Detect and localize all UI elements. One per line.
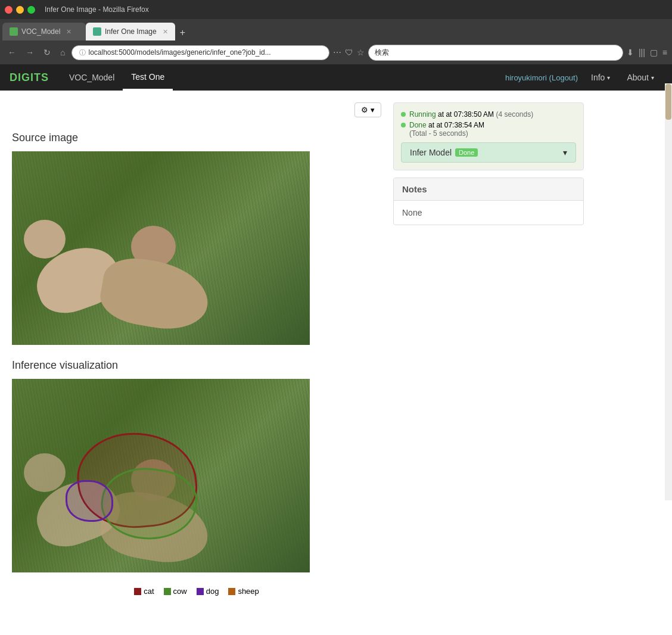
done-text: Done at at 07:38:54 AM (Total - 5 second… (409, 121, 484, 138)
tab-close-infer[interactable]: ✕ (163, 28, 168, 36)
tab-bar: VOC_Model ✕ Infer One Image ✕ + (0, 19, 672, 41)
back-button[interactable]: ← (5, 46, 19, 58)
nav-info-label: Info (591, 73, 605, 82)
nav-label-voc: VOC_Model (69, 73, 114, 82)
window-title: Infer One Image - Mozilla Firefox (45, 5, 149, 14)
tab-voc-model[interactable]: VOC_Model ✕ (2, 23, 86, 41)
new-tab-button[interactable]: + (175, 25, 190, 41)
notes-panel: Notes None (393, 178, 584, 225)
tab-favicon-infer (93, 27, 101, 36)
title-bar: Infer One Image - Mozilla Firefox (0, 0, 672, 19)
done-at: at (428, 121, 436, 129)
forward-button[interactable]: → (23, 46, 37, 58)
dog-overlay (66, 480, 113, 522)
maximize-button[interactable] (27, 6, 35, 14)
running-dot (401, 112, 406, 117)
job-status-box: Running at at 07:38:50 AM (4 seconds) Do… (393, 102, 584, 170)
inference-vis-title: Inference visualization (12, 359, 381, 372)
total-time: (Total - 5 seconds) (409, 129, 468, 138)
close-button[interactable] (5, 6, 13, 14)
download-icon[interactable]: ⬇ (627, 48, 634, 57)
user-link[interactable]: hiroyukimori (Logout) (505, 73, 578, 82)
shield-icon[interactable]: 🛡 (345, 48, 353, 57)
nav-about-label: About (627, 73, 649, 82)
legend-label-cow: cow (173, 587, 187, 596)
bookmarks-icon[interactable]: ||| (639, 48, 645, 57)
status-done: Done at at 07:38:54 AM (Total - 5 second… (401, 121, 576, 138)
done-badge: Done (455, 148, 478, 157)
address-actions: ⋯ 🛡 ☆ (333, 48, 365, 57)
nav-item-info[interactable]: Info ▾ (583, 66, 618, 89)
infer-btn-label: Infer Model (410, 148, 452, 157)
inference-image-container (12, 379, 310, 572)
done-time: at 07:38:54 AM (436, 121, 484, 129)
settings-dropdown-arrow: ▾ (371, 105, 375, 114)
info-dropdown-arrow: ▾ (607, 74, 610, 81)
toolbar-icons: ⬇ ||| ▢ ≡ (627, 48, 667, 57)
settings-button[interactable]: ⚙ ▾ (354, 102, 381, 117)
app-brand[interactable]: DIGITS (10, 71, 49, 84)
home-button[interactable]: ⌂ (57, 46, 68, 58)
app-navbar: DIGITS VOC_Model Test One hiroyukimori (… (0, 64, 672, 91)
nav-item-voc-model[interactable]: VOC_Model (61, 66, 123, 89)
infer-dropdown-arrow: ▾ (563, 148, 567, 157)
running-text: Running at at 07:38:50 AM (4 seconds) (409, 110, 533, 119)
bookmark-icon[interactable]: ☆ (357, 48, 365, 57)
legend-label-dog: dog (206, 587, 219, 596)
lock-icon: ⓘ (79, 48, 86, 57)
infer-model-button[interactable]: Infer Model Done ▾ (401, 142, 576, 163)
running-duration: (4 seconds) (496, 110, 533, 119)
minimize-button[interactable] (16, 6, 24, 14)
scrollbar[interactable] (665, 83, 672, 500)
legend-item-dog: dog (197, 587, 219, 596)
url-text: localhost:5000/models/images/generic/inf… (88, 48, 270, 57)
legend-color-cat (134, 588, 141, 595)
cat1-head (24, 220, 66, 259)
tab-label-infer: Infer One Image (105, 27, 157, 36)
legend-color-dog (197, 588, 204, 595)
legend-label-cat: cat (144, 587, 154, 596)
tab-close-voc[interactable]: ✕ (66, 28, 71, 36)
right-panel: Running at at 07:38:50 AM (4 seconds) Do… (393, 102, 584, 615)
source-image-title: Source image (12, 132, 381, 144)
more-icon[interactable]: ⋯ (333, 48, 341, 57)
legend: cat cow dog sheep (12, 587, 381, 596)
tabs-icon[interactable]: ▢ (650, 48, 658, 57)
legend-item-sheep: sheep (228, 587, 259, 596)
nav-user: hiroyukimori (Logout) (500, 66, 583, 89)
about-dropdown-arrow: ▾ (651, 74, 654, 81)
search-input[interactable]: 検索 (368, 45, 623, 61)
legend-color-sheep (228, 588, 235, 595)
left-panel: ⚙ ▾ Source image Inference visualization (12, 102, 381, 615)
legend-item-cow: cow (164, 587, 187, 596)
nav-item-about[interactable]: About ▾ (618, 66, 662, 89)
address-bar: ← → ↻ ⌂ ⓘ localhost:5000/models/images/g… (0, 41, 672, 64)
reload-button[interactable]: ↻ (41, 46, 54, 58)
tab-favicon-voc (10, 27, 18, 36)
notes-header: Notes (394, 178, 583, 201)
main-content: ⚙ ▾ Source image Inference visualization (0, 91, 672, 627)
done-label: Done (409, 121, 427, 129)
inference-image (12, 379, 310, 572)
source-image (12, 151, 310, 345)
status-running: Running at at 07:38:50 AM (4 seconds) (401, 110, 576, 119)
nav-label-test: Test One (131, 72, 164, 82)
tab-label-voc: VOC_Model (21, 27, 60, 36)
menu-icon[interactable]: ≡ (662, 48, 667, 57)
notes-body: None (394, 201, 583, 225)
gear-icon: ⚙ (361, 105, 368, 114)
legend-item-cat: cat (134, 587, 154, 596)
legend-color-cow (164, 588, 171, 595)
scrollbar-thumb[interactable] (665, 84, 671, 120)
tab-infer-one[interactable]: Infer One Image ✕ (86, 23, 175, 41)
done-dot (401, 123, 406, 127)
infer-cat1-head (24, 453, 66, 492)
address-input[interactable]: ⓘ localhost:5000/models/images/generic/i… (71, 45, 329, 60)
nav-item-test-one[interactable]: Test One (123, 65, 173, 91)
running-time: at 07:38:50 AM (446, 110, 494, 119)
legend-label-sheep: sheep (238, 587, 259, 596)
brand-text: DIGITS (10, 71, 49, 83)
window-controls (5, 6, 35, 14)
search-placeholder: 検索 (375, 48, 389, 58)
running-label: Running (409, 110, 436, 119)
